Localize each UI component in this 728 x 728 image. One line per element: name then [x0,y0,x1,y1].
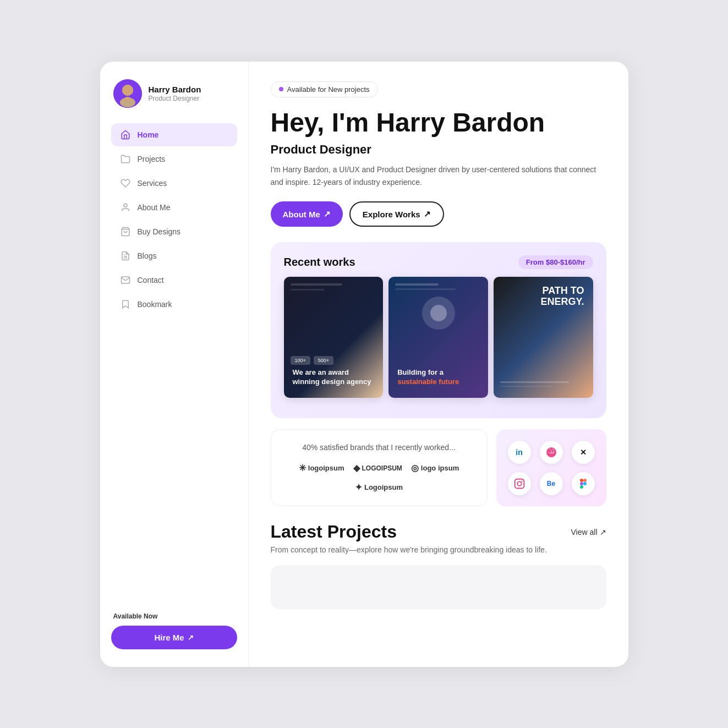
hero-title: Hey, I'm Harry Bardon [271,108,606,138]
works-screenshots: We are an award winning design agency 10… [284,277,593,398]
dribbble-icon[interactable] [540,441,563,464]
sidebar-item-buy-designs-label: Buy Designs [138,227,181,236]
sidebar-item-bookmark-label: Bookmark [138,300,172,309]
bag-icon [120,226,131,237]
home-icon [120,129,131,140]
linkedin-icon[interactable]: in [508,441,531,464]
brand-logo-1: ✳ logoipsum [299,463,344,473]
brand-logo-2-text: LOGOIPSUM [362,464,402,472]
svg-rect-9 [514,479,524,488]
svg-point-16 [583,482,587,485]
bookmark-icon [120,299,131,310]
sidebar-item-about[interactable]: About Me [111,196,237,219]
sidebar-item-home-label: Home [138,130,159,139]
brand-logo-4-text: Logoipsum [364,483,403,491]
instagram-icon[interactable] [508,472,531,495]
view-all-button[interactable]: View all ↗ [571,528,606,537]
works-header: Recent works From $80-$160/hr [284,255,593,269]
svg-point-10 [517,481,522,486]
bottom-row: 40% satisfied brands that I recently wor… [271,429,606,506]
svg-rect-15 [580,485,583,489]
hero-description: I'm Harry Bardon, a UI/UX and Product De… [271,163,601,188]
profile-role: Product Designer [149,95,201,102]
svg-point-3 [122,85,133,96]
latest-projects-title: Latest Projects [271,522,397,542]
hero-subtitle: Product Designer [271,143,606,157]
svg-rect-13 [583,479,587,482]
project-preview-placeholder [271,565,606,609]
brand-logo-2: ◆ LOGOIPSUM [353,463,402,473]
avatar [113,79,142,108]
sidebar-item-contact[interactable]: Contact [111,269,237,292]
hire-me-label: Hire Me [154,633,184,642]
folder-icon [120,154,131,165]
services-icon [120,178,131,189]
explore-works-label: Explore Works [363,210,420,219]
screenshot-3-label: PATH TOENERGY. [540,286,584,308]
behance-icon[interactable]: Be [540,472,563,495]
svg-point-4 [124,204,127,207]
brand-logo-1-text: logoipsum [308,464,344,472]
sidebar: Harry Bardon Product Designer Home [100,62,249,667]
profile-info: Harry Bardon Product Designer [149,85,201,102]
sidebar-nav: Home Projects Services [111,123,237,597]
screenshot-2[interactable]: Building for a sustainable future [388,277,488,398]
explore-arrow-icon: ↗ [424,209,431,219]
user-icon [120,202,131,213]
about-me-button[interactable]: About Me ↗ [271,201,343,227]
screenshot-2-text: Building for a sustainable future [397,368,479,387]
brand-logo-3-text: logo ipsum [421,464,459,472]
profile-section: Harry Bardon Product Designer [111,79,237,108]
latest-projects-header: Latest Projects View all ↗ [271,522,606,542]
brands-title: 40% satisfied brands that I recently wor… [284,443,474,452]
badge-dot [279,87,283,91]
explore-works-button[interactable]: Explore Works ↗ [349,201,444,227]
figma-icon[interactable] [572,472,595,495]
about-me-label: About Me [283,210,320,219]
sidebar-item-projects[interactable]: Projects [111,147,237,171]
sidebar-item-services-label: Services [138,179,167,188]
sidebar-item-buy-designs[interactable]: Buy Designs [111,220,237,243]
hero-buttons: About Me ↗ Explore Works ↗ [271,201,606,227]
screenshot-2-inner: Building for a sustainable future [388,277,488,398]
x-icon[interactable]: ✕ [572,441,595,464]
latest-projects-description: From concept to reality—explore how we'r… [271,545,606,554]
screenshot-1-text: We are an award winning design agency [293,368,375,387]
available-badge: Available for New projects [271,81,378,97]
about-arrow-icon: ↗ [324,209,331,219]
view-all-arrow-icon: ↗ [600,528,606,537]
svg-point-11 [521,480,522,481]
sidebar-item-services[interactable]: Services [111,172,237,195]
sidebar-item-about-label: About Me [138,203,171,212]
view-all-label: View all [571,528,598,537]
brand-logo-3: ◎ logo ipsum [411,463,459,473]
brand-logo-4: ✦ Logoipsum [355,482,403,492]
profile-name: Harry Bardon [149,85,201,94]
mail-icon [120,275,131,286]
svg-rect-12 [580,479,583,482]
price-badge: From $80-$160/hr [518,255,593,269]
available-now-label: Available Now [111,612,237,620]
recent-works-section: Recent works From $80-$160/hr We are an … [271,242,606,418]
hire-arrow-icon: ↗ [188,633,194,642]
sidebar-item-blogs[interactable]: Blogs [111,244,237,267]
main-content: Available for New projects Hey, I'm Harr… [249,62,628,667]
screenshot-1-inner: We are an award winning design agency 10… [284,277,384,398]
screenshot-3[interactable]: PATH TOENERGY. [494,277,593,398]
svg-rect-14 [580,482,583,485]
sidebar-item-home[interactable]: Home [111,123,237,146]
social-card: in ✕ [496,429,606,506]
brands-logos: ✳ logoipsum ◆ LOGOIPSUM ◎ logo ipsum ✦ L… [284,463,474,492]
screenshot-3-inner: PATH TOENERGY. [494,277,593,398]
sidebar-item-bookmark[interactable]: Bookmark [111,293,237,316]
works-title: Recent works [284,256,355,269]
hire-me-button[interactable]: Hire Me ↗ [111,626,237,649]
sidebar-item-contact-label: Contact [138,276,164,284]
screenshot-1[interactable]: We are an award winning design agency 10… [284,277,384,398]
sidebar-item-projects-label: Projects [138,155,166,163]
available-section: Available Now Hire Me ↗ [111,612,237,649]
file-icon [120,250,131,261]
brands-card: 40% satisfied brands that I recently wor… [271,429,488,506]
available-badge-text: Available for New projects [287,85,370,94]
sidebar-item-blogs-label: Blogs [138,251,157,260]
